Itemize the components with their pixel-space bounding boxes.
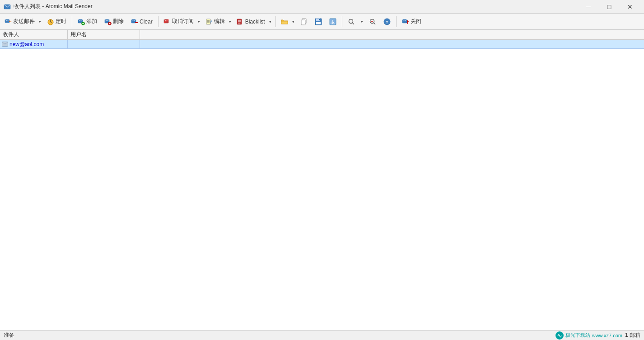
clear-icon — [131, 18, 138, 25]
svg-line-41 — [352, 23, 354, 24]
edit-icon — [205, 18, 213, 25]
unsubscribe-label: 取消订阅 — [172, 18, 194, 25]
svg-rect-35 — [316, 22, 321, 24]
close-icon — [402, 18, 409, 25]
delete-icon — [104, 18, 112, 25]
schedule-label: 定时 — [56, 18, 66, 25]
close-list-button[interactable]: 关闭 — [399, 15, 425, 28]
main-content: new@aol.com — [0, 40, 644, 330]
help-button[interactable]: ? — [380, 15, 394, 28]
separator-1 — [72, 16, 72, 27]
maximize-button[interactable]: □ — [599, 0, 620, 14]
svg-rect-32 — [301, 20, 305, 25]
watermark-url: www.xz7.com — [592, 333, 622, 338]
send-icon — [5, 18, 12, 25]
send-email-button[interactable]: 发送邮件 — [2, 15, 37, 28]
separator-4 — [342, 16, 342, 27]
svg-line-43 — [373, 23, 375, 24]
title-bar: 收件人列表 - Atomic Mail Sender ─ □ ✕ — [0, 0, 644, 14]
add-button[interactable]: 添加 — [75, 15, 100, 28]
envelope-small-icon — [2, 42, 8, 47]
search-icon — [348, 18, 355, 25]
app-icon — [4, 3, 11, 10]
table-row[interactable]: new@aol.com — [0, 40, 644, 49]
delete-button[interactable]: 删除 — [101, 15, 127, 28]
window-title: 收件人列表 - Atomic Mail Sender — [14, 3, 93, 10]
edit-dropdown[interactable]: ▾ — [228, 15, 233, 28]
schedule-button[interactable]: 定时 — [44, 15, 70, 28]
watermark-icon — [555, 331, 564, 340]
edit-button[interactable]: 编辑 — [203, 15, 228, 28]
send-email-button-group: 发送邮件 ▾ — [2, 15, 43, 28]
blacklist-dropdown[interactable]: ▾ — [268, 15, 273, 28]
toolbar: 发送邮件 ▾ 定时 添加 — [0, 14, 644, 30]
open-folder-button[interactable] — [278, 15, 291, 28]
add-icon — [78, 18, 85, 25]
svg-text:?: ? — [386, 20, 388, 24]
send-email-label: 发送邮件 — [13, 18, 35, 25]
separator-5 — [396, 16, 397, 27]
copy-icon — [300, 18, 308, 25]
column-header-recipient: 收件人 — [0, 30, 68, 39]
svg-point-40 — [349, 19, 353, 23]
copy-button[interactable] — [297, 15, 311, 28]
folder-dropdown[interactable]: ▾ — [291, 15, 296, 28]
svg-rect-30 — [281, 21, 288, 24]
delete-label: 删除 — [113, 18, 124, 25]
mail-count: 1 邮箱 — [625, 331, 640, 339]
cell-recipient-email: new@aol.com — [0, 40, 68, 48]
close-list-label: 关闭 — [411, 18, 421, 25]
export-button[interactable] — [326, 15, 340, 28]
folder-icon — [281, 18, 288, 25]
title-bar-controls: ─ □ ✕ — [578, 0, 640, 14]
edit-label: 编辑 — [214, 18, 225, 25]
status-bar: 准备 极光下载站 www.xz7.com 1 邮箱 — [0, 330, 644, 340]
email-value: new@aol.com — [9, 41, 44, 47]
watermark: 极光下载站 www.xz7.com — [555, 331, 622, 340]
minimize-button[interactable]: ─ — [578, 0, 599, 14]
svg-marker-2 — [9, 21, 12, 22]
svg-rect-36 — [319, 19, 320, 20]
column-header-username: 用户名 — [68, 30, 140, 39]
status-text: 准备 — [4, 331, 14, 339]
blacklist-icon — [237, 18, 244, 25]
cell-username-value — [68, 40, 140, 48]
add-label: 添加 — [86, 18, 97, 25]
recipients-table: new@aol.com — [0, 40, 644, 49]
save-button[interactable] — [312, 15, 325, 28]
clear-button[interactable]: Clear — [128, 15, 156, 28]
unsubscribe-icon — [163, 18, 171, 25]
search-dropdown[interactable]: ▾ — [359, 15, 365, 28]
separator-2 — [158, 16, 159, 27]
help-icon: ? — [383, 18, 391, 25]
unsubscribe-button-group: 取消订阅 ▾ — [161, 15, 202, 28]
search-button[interactable] — [345, 15, 358, 28]
edit-button-group: 编辑 ▾ — [203, 15, 233, 28]
column-headers: 收件人 用户名 — [0, 30, 644, 40]
save-icon — [315, 18, 322, 25]
unsubscribe-dropdown[interactable]: ▾ — [196, 15, 202, 28]
blacklist-label: Blacklist — [245, 19, 265, 25]
search-minus-icon — [369, 18, 376, 25]
window-close-button[interactable]: ✕ — [620, 0, 640, 14]
unsubscribe-button[interactable]: 取消订阅 — [161, 15, 196, 28]
watermark-text: 极光下载站 — [565, 332, 590, 339]
status-right: 极光下载站 www.xz7.com 1 邮箱 — [555, 331, 640, 340]
title-bar-left: 收件人列表 - Atomic Mail Sender — [4, 3, 93, 10]
send-email-dropdown[interactable]: ▾ — [37, 15, 43, 28]
export-icon — [329, 18, 336, 25]
clock-icon — [47, 18, 54, 25]
blacklist-button-group: Blacklist ▾ — [234, 15, 273, 28]
clear-label: Clear — [140, 19, 153, 25]
search-minus-button[interactable] — [366, 15, 379, 28]
separator-3 — [275, 16, 276, 27]
blacklist-button[interactable]: Blacklist — [234, 15, 268, 28]
folder-button-group: ▾ — [278, 15, 296, 28]
svg-rect-20 — [206, 19, 210, 24]
